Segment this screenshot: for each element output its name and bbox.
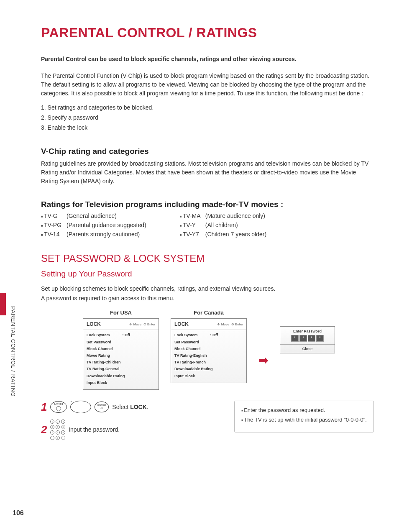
menu-hint: ✛ Move ⊙ Enter: [129, 322, 155, 326]
pass-intro-1: Set up blocking schemes to block specifi…: [41, 284, 374, 293]
section-heading: SET PASSWORD & LOCK SYSTEM: [41, 253, 374, 264]
side-tab-accent: [0, 293, 6, 315]
rating-item: TV-14(Parents strongly cautioned): [41, 231, 146, 238]
steps-row: 1 MENU ENTER⊙ Select LOCK. 2 1234567890 …: [41, 401, 374, 446]
page-number: 106: [13, 509, 24, 517]
setup-list: 1. Set ratings and categories to be bloc…: [41, 103, 374, 133]
menu-header: LOCK ✛ Move ⊙ Enter: [171, 319, 246, 330]
menu-item: Downloadable Rating: [87, 373, 155, 379]
menu-item: Set Password: [174, 339, 243, 345]
password-close: Close: [280, 344, 335, 353]
menu-item: Set Password: [87, 339, 155, 345]
password-title: Enter Password: [280, 327, 335, 335]
setup-step: 1. Set ratings and categories to be bloc…: [41, 103, 374, 113]
menu-head-label: LOCK: [174, 321, 189, 327]
sub-heading: Setting up Your Password: [41, 269, 374, 279]
intro-bold: Parental Control can be used to block sp…: [41, 56, 374, 62]
password-box: Enter Password **** Close: [280, 326, 335, 353]
note-item: Enter the password as requested.: [241, 407, 367, 413]
vchip-heading: V-Chip rating and categories: [41, 147, 374, 156]
rating-item: TV-PG(Parental guidance suggested): [41, 222, 146, 228]
menu-item: Lock System: Off: [87, 332, 155, 338]
ratings-columns: TV-G(General audience) TV-PG(Parental gu…: [41, 212, 374, 240]
dpad-icon: [70, 401, 91, 413]
menu-item: Movie Rating: [87, 352, 155, 359]
setup-step: 3. Enable the lock: [41, 123, 374, 133]
arrow-right-icon: ➡: [258, 353, 268, 367]
side-tab: PARENTAL CONTROL / RATING: [0, 293, 8, 422]
pass-intro-2: A password is required to gain access to…: [41, 294, 374, 303]
notes-box: Enter the password as requested. The TV …: [234, 401, 374, 432]
menu-items: Lock System: Off Set Password Block Chan…: [83, 330, 159, 389]
menu-item: Input Block: [87, 379, 155, 386]
step-number: 2: [41, 423, 47, 436]
step-2: 2 1234567890 Input the password.: [41, 419, 222, 440]
ratings-heading: Ratings for Television programs includin…: [41, 200, 374, 209]
note-item: The TV is set up with the initial passwo…: [241, 417, 367, 423]
menu-item: TV Rating-English: [174, 352, 243, 359]
step-1: 1 MENU ENTER⊙ Select LOCK.: [41, 401, 222, 414]
side-tab-label: PARENTAL CONTROL / RATING: [10, 306, 16, 397]
rating-item: TV-MA(Mature audience only): [180, 212, 266, 219]
menu-item: Input Block: [174, 373, 243, 379]
enter-button-icon: ENTER⊙: [95, 402, 109, 412]
menu-canada: For Canada LOCK ✛ Move ⊙ Enter Lock Syst…: [171, 309, 247, 383]
menu-item: TV Rating-General: [87, 366, 155, 372]
ratings-left: TV-G(General audience) TV-PG(Parental gu…: [41, 212, 146, 240]
menu-item: TV Rating-Children: [87, 359, 155, 366]
menu-usa-box: LOCK ✛ Move ⊙ Enter Lock System: Off Set…: [83, 318, 159, 390]
menu-hint: ✛ Move ⊙ Enter: [217, 322, 243, 326]
ratings-right: TV-MA(Mature audience only) TV-Y(All chi…: [180, 212, 266, 240]
menu-usa-title: For USA: [83, 309, 159, 316]
rating-item: TV-Y7(Children 7 years older): [180, 231, 266, 238]
setup-step: 2. Specify a password: [41, 113, 374, 123]
menu-usa: For USA LOCK ✛ Move ⊙ Enter Lock System:…: [83, 309, 159, 390]
step-1-text: Select LOCK.: [112, 404, 148, 410]
steps-left: 1 MENU ENTER⊙ Select LOCK. 2 1234567890 …: [41, 401, 222, 446]
menu-canada-box: LOCK ✛ Move ⊙ Enter Lock System: Off Set…: [171, 318, 247, 383]
intro-body: The Parental Control Function (V-Chip) i…: [41, 72, 374, 98]
password-stars: ****: [280, 335, 335, 344]
menu-head-label: LOCK: [87, 321, 101, 327]
menu-item: Downloadable Rating: [174, 366, 243, 372]
menu-screenshots: For USA LOCK ✛ Move ⊙ Enter Lock System:…: [83, 309, 374, 390]
menu-item: Block Channel: [87, 345, 155, 352]
menu-header: LOCK ✛ Move ⊙ Enter: [83, 319, 159, 330]
rating-item: TV-G(General audience): [41, 212, 146, 219]
menu-item: Lock System: Off: [174, 332, 243, 338]
step-2-text: Input the password.: [69, 426, 120, 433]
rating-item: TV-Y(All children): [180, 222, 266, 228]
page-title: PARENTAL CONTROL / RATINGS: [41, 25, 374, 41]
step-number: 1: [41, 401, 47, 414]
keypad-icon: 1234567890: [50, 419, 65, 440]
vchip-body: Rating guidelines are provided by broadc…: [41, 159, 374, 186]
menu-button-icon: MENU: [50, 401, 67, 413]
menu-item: Block Channel: [174, 345, 243, 352]
menu-item: TV Rating-French: [174, 359, 243, 366]
menu-items: Lock System: Off Set Password Block Chan…: [171, 330, 246, 382]
menu-canada-title: For Canada: [171, 309, 247, 316]
